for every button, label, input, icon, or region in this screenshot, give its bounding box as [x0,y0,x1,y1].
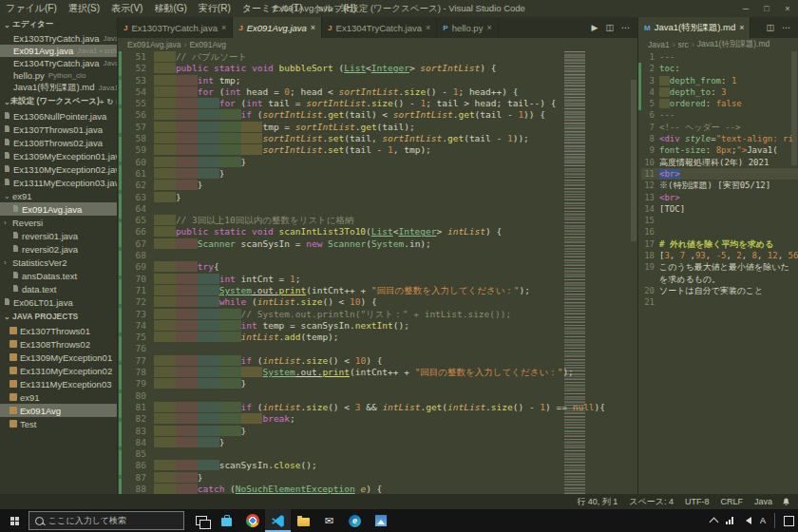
line-number[interactable]: 79 [122,378,154,390]
minimize-button[interactable]: ─ [735,0,756,17]
code-line[interactable]: 11<br> [641,168,798,180]
maximize-button[interactable]: □ [756,0,777,17]
close-button[interactable]: × [777,0,798,17]
project-item-Test[interactable]: Test [0,417,117,430]
line-number[interactable]: 54 [122,86,154,98]
edge-icon[interactable]: e [342,509,368,532]
ime-indicator[interactable]: A [760,516,766,525]
tree-item-Ex1309MyException01.java[interactable]: Ex1309MyException01.java [0,149,117,162]
breadcrumb-item[interactable]: Java1(特別課題).md [697,39,770,50]
line-number[interactable]: 58 [122,133,154,144]
workspace-section-header[interactable]: ⌄ 未設定 (ワークスペース) + ↻ ⊟ [0,94,117,109]
line-number[interactable]: 80 [122,390,154,402]
line-number[interactable]: 78 [122,367,154,378]
line-number[interactable]: 19 [641,261,659,273]
code-line[interactable]: 6--- [641,109,798,121]
code-line[interactable]: 58 sortIntList.set(tail, sortIntList.get… [122,133,637,144]
line-number[interactable]: 14 [641,203,659,215]
line-number[interactable]: 85 [122,448,154,460]
code-line[interactable]: 60 } [122,157,637,168]
line-number[interactable]: 62 [122,180,154,191]
code-line[interactable]: 21 [641,296,798,308]
line-number[interactable]: 12 [641,180,659,191]
store-icon[interactable] [214,509,239,532]
code-line[interactable]: 64 [122,203,637,215]
code-line[interactable]: 69 try{ [122,261,637,273]
code-line[interactable]: 13<br> [641,192,798,203]
code-line[interactable]: 84 } [122,437,637,448]
line-number[interactable]: 9 [641,144,659,156]
code-line[interactable]: 4 depth_to: 3 [641,86,798,98]
code-line[interactable]: 8<div style="text-align: ri [641,133,798,144]
volume-icon[interactable] [742,517,751,524]
line-number[interactable]: 63 [122,192,154,203]
code-line[interactable]: 20ソートは自分で実装のこと [641,285,798,296]
line-number[interactable]: 81 [122,402,154,413]
code-line[interactable]: 67 Scanner scanSysIn = new Scanner(Syste… [122,238,637,250]
open-editor-item[interactable]: hello.pyPython_clo [0,69,117,82]
code-line[interactable]: 74 int temp = scanSysIn.nextInt(); [122,320,637,332]
code-line[interactable]: 73 // System.out.println("リスト：" + intLis… [122,309,637,320]
project-item-Ex1308Throws02[interactable]: Ex1308Throws02 [0,337,117,351]
tree-item-ex91[interactable]: ⌄ex91 [0,189,117,202]
code-line[interactable]: 63 } [122,192,637,203]
line-number[interactable]: 6 [641,109,659,121]
network-icon[interactable] [726,517,733,524]
code-line[interactable]: を求めるもの。 [641,274,798,285]
line-number[interactable]: 73 [122,309,154,320]
project-item-Ex1310MyException02[interactable]: Ex1310MyException02 [0,364,117,377]
menu-item[interactable]: 移動(G) [148,0,192,17]
open-editor-item[interactable]: Ex1304TryCatch.javaJava1 • src... [0,57,117,69]
close-icon[interactable]: × [739,23,744,32]
code-line[interactable]: 81 if (intList.size() < 3 && intList.get… [122,402,637,413]
tree-item-data.text[interactable]: data.text [0,282,117,295]
status-item[interactable]: 行 40, 列 1 [577,496,618,508]
breadcrumb-item[interactable]: Ex091Avg.java [127,40,181,49]
more-actions-icon[interactable]: ⋯ [621,23,630,32]
line-number[interactable]: 10 [641,157,659,168]
scrollbar-thumb[interactable] [791,51,797,165]
code-line[interactable]: 65 // 3回以上10回以内の整数をリストに格納 [122,215,637,226]
code-line[interactable]: 14[TOC] [641,203,798,215]
tree-item-Ex1307Throws01.java[interactable]: Ex1307Throws01.java [0,123,117,136]
vscode-icon[interactable] [265,509,291,532]
line-number[interactable]: 72 [122,296,154,308]
line-number[interactable]: 66 [122,226,154,238]
tree-item-reversi01.java[interactable]: reversi01.java [0,229,117,242]
code-line[interactable]: 12※(特別課題) [実習05/12] [641,180,798,191]
minimap[interactable] [564,51,585,494]
code-line[interactable]: 15 [641,215,798,226]
tab-Ex1303TryCatch.java[interactable]: JEx1303TryCatch.java× [118,17,233,38]
markdown-editor[interactable]: 1---2toc:3 depth_from: 14 depth_to: 35 o… [638,51,798,494]
tree-item-StatisticsVer2[interactable]: ›StatisticsVer2 [0,256,117,269]
line-number[interactable]: 1 [641,51,659,63]
code-line[interactable]: 9font-size: 8px;">Java1( [641,144,798,156]
line-number[interactable]: 60 [122,157,154,168]
line-number[interactable]: 17 [641,238,659,250]
code-line[interactable]: 79 } [122,378,637,390]
code-line[interactable]: 17# 外れ値を除く平均を求める [641,238,798,250]
chrome-icon[interactable] [239,509,265,532]
code-line[interactable]: 18[3, 7 ,93, -5, 2, 8, 12, 56 [641,250,798,261]
tray-overflow-icon[interactable] [710,517,719,526]
notifications-bell-icon[interactable] [782,498,790,506]
tree-item-Ex1311MyException03.java[interactable]: Ex1311MyException03.java [0,176,117,189]
tree-item-Ex1306NullPointer.java[interactable]: Ex1306NullPointer.java [0,109,117,123]
code-line[interactable]: 68 [122,250,637,261]
project-item-Ex1311MyException03[interactable]: Ex1311MyException03 [0,377,117,390]
status-item[interactable]: UTF-8 [685,497,710,506]
line-number[interactable]: 59 [122,144,154,156]
tree-item-ansDatas.text[interactable]: ansDatas.text [0,269,117,282]
tree-item-Ex091Avg.java[interactable]: Ex091Avg.java [0,202,117,216]
tab-Java1(特別課題).md[interactable]: MJava1(特別課題).md× [638,17,750,38]
open-editor-item[interactable]: Java1(特別課題).mdJava1 • src [0,82,117,94]
code-line[interactable]: 70 int intCnt = 1; [122,274,637,285]
line-number[interactable]: 7 [641,122,659,133]
line-number[interactable]: 84 [122,437,154,448]
tab-hello.py[interactable]: Phello.py× [437,17,498,38]
code-line[interactable]: 62 } [122,180,637,191]
line-number[interactable]: 15 [641,215,659,226]
code-line[interactable]: 71 System.out.print(intCnt++ + "回目の整数を入力… [122,285,637,296]
line-number[interactable]: 3 [641,75,659,86]
tab-Ex091Avg.java[interactable]: JEx091Avg.java× [233,17,322,38]
